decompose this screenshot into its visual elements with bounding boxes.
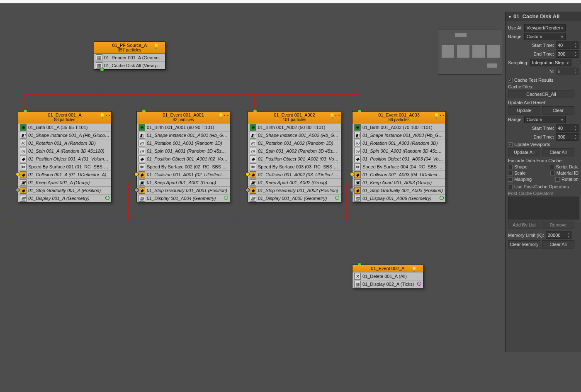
n-input[interactable]: 5▲▼: [556, 68, 579, 75]
bulb-icon[interactable]: 💡: [100, 113, 104, 117]
operator-row[interactable]: ◆01_Stop Gradually 001_A002 (Position): [248, 186, 341, 194]
operator-row[interactable]: ◆01_Collision 001_A001 (02_UDeflector_A): [137, 170, 230, 178]
clear-all2-button[interactable]: Clear All: [542, 240, 574, 248]
operator-row[interactable]: ≫Speed By Surface 001 (01_RC_SBS emitter…: [18, 163, 111, 170]
operator-row[interactable]: ◴01_Rotation 001_A003 (Random 3D): [352, 139, 445, 147]
operator-row[interactable]: ▥01_Display 001_A006 (Geometry): [352, 194, 445, 202]
operator-row[interactable]: ▦01_Render 001_A (Geometry): [94, 54, 165, 61]
node-event-2[interactable]: 01_Event 001_A00182 particles💡- - ⊕01_Bi…: [136, 111, 230, 202]
node-pf-source[interactable]: 01_PF Source_A 357 particles 💡 - ▦01_Ren…: [94, 41, 165, 70]
operator-row[interactable]: ▣01_Keep Apart 001_A (Group): [18, 178, 111, 186]
memory-limit-input[interactable]: 20000▲▼: [546, 231, 571, 239]
bulb-icon[interactable]: 💡: [218, 113, 222, 117]
operator-row[interactable]: ◷01_Spin 001_A001 (Random 3D 45±120): [137, 147, 230, 155]
operator-row[interactable]: ◧01_Shape Instance 001_A (Hb_Glucose_o..…: [18, 131, 111, 139]
operator-row[interactable]: ≫Speed By Surface 003 (03_RC_SBS emitter…: [248, 163, 341, 170]
bulb-icon[interactable]: 💡: [434, 113, 438, 117]
node-graph-canvas[interactable]: 01_PF Source_A 357 particles 💡 - ▦01_Ren…: [0, 12, 581, 392]
clear-all-button[interactable]: Clear All: [542, 148, 574, 156]
operator-row[interactable]: ◷01_Spin 001_A003 (Random 3D 45±120): [352, 147, 445, 155]
operator-row[interactable]: ≫Speed By Surface 002 (02_RC_SBS emitter…: [137, 163, 230, 170]
test-port[interactable]: [134, 172, 139, 176]
test-port[interactable]: [16, 188, 20, 192]
operator-row[interactable]: ◆01_Collision 001_A (01_UDeflector_A): [18, 170, 111, 178]
bulb-icon[interactable]: 💡: [329, 113, 333, 117]
add-by-list-button[interactable]: Add By List: [508, 221, 540, 229]
operator-row[interactable]: ◧01_Shape Instance 001_A001 (Hb_Glucos..…: [137, 131, 230, 139]
node-collapse-toggles[interactable]: - -: [440, 113, 445, 117]
use-post-cache-checkbox[interactable]: Use Post-Cache Operators: [508, 184, 579, 189]
update-all-button[interactable]: Update All: [508, 148, 540, 156]
update-button[interactable]: Update: [508, 106, 540, 114]
clear-button[interactable]: Clear: [542, 106, 574, 114]
exclude-matid-checkbox[interactable]: Material ID: [550, 170, 579, 175]
operator-row[interactable]: ◆01_Position Object 001_A003 (04_Volume …: [352, 155, 445, 163]
exclude-script-checkbox[interactable]: Script Data: [550, 164, 579, 169]
end-time-input[interactable]: 300▲▼: [556, 50, 579, 58]
minimap[interactable]: [438, 29, 502, 75]
remove-button[interactable]: Remove: [542, 221, 574, 229]
operator-row[interactable]: ◆01_Collision 001_A002 (03_UDeflector_A): [248, 170, 341, 178]
exclude-rotation-checkbox[interactable]: Rotation: [555, 177, 579, 182]
operator-row[interactable]: ◆01_Stop Gradually 001_A001 (Position): [137, 186, 230, 194]
operator-row[interactable]: ◴01_Rotation 001_A (Random 3D): [18, 139, 111, 147]
operator-row[interactable]: ⊕01_Birth 001_A003 (70-100 T:101): [352, 123, 445, 131]
operator-row[interactable]: ◆01_Position Object 001_A (01_Volume Cyl…: [18, 155, 111, 163]
cache-test-results-checkbox[interactable]: ✓Cache Test Results: [508, 78, 579, 83]
operator-row[interactable]: ◷01_Spin 001_A002 (Random 3D 45±120): [248, 147, 341, 155]
use-at-select[interactable]: Viewport/Render: [524, 24, 566, 32]
operator-row[interactable]: ▥01_Display 001_A004 (Geometry): [137, 194, 230, 202]
node-collapse-toggles[interactable]: - -: [224, 113, 229, 117]
collapse-icon[interactable]: [508, 13, 512, 19]
operator-row[interactable]: ◆01_Position Object 001_A002 (03_Volume …: [248, 155, 341, 163]
output-port[interactable]: [100, 68, 104, 72]
bulb-icon[interactable]: 💡: [153, 44, 158, 48]
clear-memory-button[interactable]: Clear Memory: [508, 240, 540, 248]
operator-row[interactable]: ⊕01_Birth 001_A001 (60-90 T:101): [137, 123, 230, 131]
cache-files-button[interactable]: CachesCR_All: [508, 90, 574, 98]
operator-row[interactable]: ⊕01_Birth 001_A002 (50-80 T:101): [248, 123, 341, 131]
operator-row[interactable]: ▥01_Display 001_A005 (Geometry): [248, 194, 341, 202]
operator-row[interactable]: ◧01_Shape Instance 001_A002 (Hb_Glucos..…: [248, 131, 341, 139]
range-select[interactable]: Custom: [524, 33, 566, 40]
exclude-mapping-checkbox[interactable]: Mapping: [508, 177, 532, 182]
operator-row[interactable]: ▣01_Keep Apart 001_A001 (Group): [137, 178, 230, 186]
test-port[interactable]: [350, 188, 354, 192]
operator-row[interactable]: ⊕01_Birth 001_A (35-65 T:101): [18, 123, 111, 131]
node-event-3[interactable]: 01_Event 001_A002101 particles💡- - ⊕01_B…: [248, 111, 341, 202]
operator-row[interactable]: ▦01_Cache Disk All (View port/R...: [94, 61, 165, 69]
node-event-5[interactable]: 01_Event 002_A💡- ✕01_Delete 001_A (All) …: [352, 265, 423, 288]
operator-row[interactable]: ▥01_Display 002_A (Ticks): [352, 280, 423, 288]
operator-row[interactable]: ◆01_Stop Gradually 001_A (Position): [18, 186, 111, 194]
test-port[interactable]: [246, 172, 250, 176]
test-port[interactable]: [350, 172, 354, 176]
test-port[interactable]: [246, 188, 250, 192]
node-event-4[interactable]: 01_Event 001_A00386 particles💡- - ⊕01_Bi…: [352, 111, 446, 202]
operator-row[interactable]: ◧01_Shape Instance 001_A003 (Hb_Glucos..…: [352, 131, 445, 139]
end2-input[interactable]: 300▲▼: [556, 133, 579, 141]
range2-select[interactable]: Custom: [524, 116, 566, 123]
operator-row[interactable]: ◴01_Rotation 001_A001 (Random 3D): [137, 139, 230, 147]
bulb-icon[interactable]: 💡: [411, 267, 416, 271]
operator-row[interactable]: ◆01_Stop Gradually 001_A003 (Position): [352, 186, 445, 194]
node-collapse-toggles[interactable]: - -: [106, 113, 111, 117]
panel-title[interactable]: 01_Cache Disk All: [506, 12, 581, 21]
operator-row[interactable]: ≫Speed By Surface 004 (04_RC_SBS emitter…: [352, 163, 445, 170]
exclude-scale-checkbox[interactable]: Scale: [508, 170, 526, 175]
operator-row[interactable]: ▣01_Keep Apart 001_A003 (Group): [352, 178, 445, 186]
update-viewports-checkbox[interactable]: ✓Update Viewports: [508, 142, 579, 147]
test-port[interactable]: [16, 172, 20, 176]
node-collapse-toggles[interactable]: -: [421, 267, 422, 271]
operator-row[interactable]: ▥01_Display 001_A (Geometry): [18, 194, 111, 202]
node-collapse-toggles[interactable]: -: [163, 44, 164, 48]
start-time-input[interactable]: 40▲▼: [556, 41, 579, 49]
test-port[interactable]: [134, 188, 139, 192]
operator-row[interactable]: ◆01_Collision 001_A003 (04_UDeflector_A): [352, 170, 445, 178]
node-event-1[interactable]: 01_Event 001_A88 particles💡- - ⊕01_Birth…: [18, 111, 112, 202]
operator-row[interactable]: ◴01_Rotation 001_A002 (Random 3D): [248, 139, 341, 147]
post-cache-listbox[interactable]: [508, 197, 579, 219]
operator-row[interactable]: ▣01_Keep Apart 001_A002 (Group): [248, 178, 341, 186]
operator-row[interactable]: ◷01_Spin 001_A (Random 3D 45±120): [18, 147, 111, 155]
start2-input[interactable]: 40▲▼: [556, 124, 579, 132]
node-collapse-toggles[interactable]: - -: [335, 113, 340, 117]
